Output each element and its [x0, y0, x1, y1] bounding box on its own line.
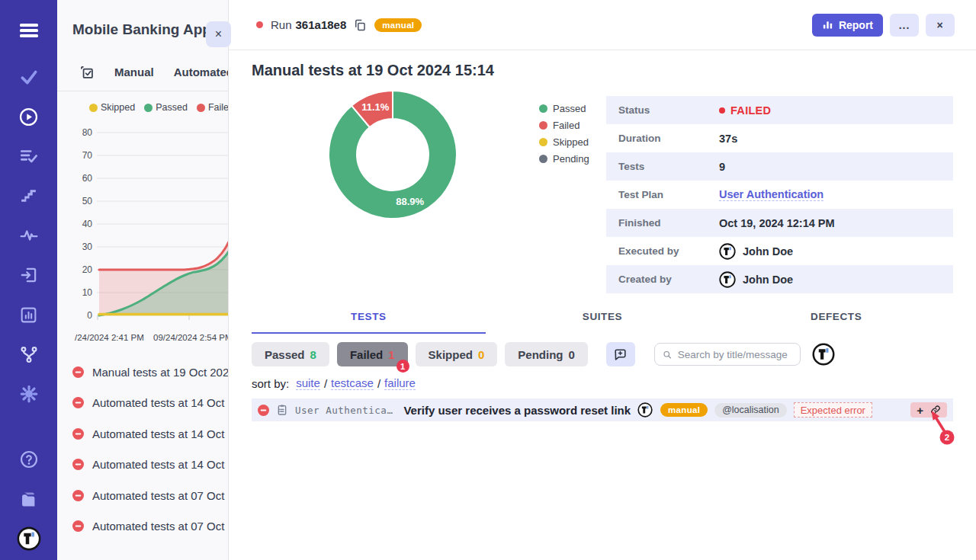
details-label: Executed by	[618, 245, 719, 257]
run-list-item[interactable]: Automated tests at 14 Oct 2024	[57, 388, 228, 419]
test-plan-link[interactable]: User Authentication	[719, 188, 824, 201]
details-row-status: StatusFAILED	[606, 96, 953, 124]
menu-icon[interactable]	[18, 20, 40, 41]
test-row-actions[interactable]: +	[910, 402, 947, 418]
result-tabs: TESTSSUITESDEFECTS	[252, 311, 953, 334]
run-list-item[interactable]: Automated tests at 14 Oct 2024	[57, 418, 228, 450]
donut-legend-skipped[interactable]: Skipped	[539, 136, 589, 148]
projects-icon[interactable]	[18, 488, 40, 510]
legend-dot	[539, 121, 547, 130]
filter-failed-button[interactable]: Failed11	[337, 342, 408, 366]
add-defect-icon[interactable]: +	[917, 405, 923, 416]
app-window: Mobile Banking App Manual Automated Skip…	[0, 0, 976, 560]
run-overview: 88.9%11.1% PassedFailedSkippedPending St…	[229, 87, 976, 294]
legend-item-passed[interactable]: Passed	[144, 102, 188, 113]
tab-manual[interactable]: Manual	[114, 66, 154, 78]
runs-nav-icon[interactable]	[18, 106, 40, 127]
runs-list: Manual tests at 19 Oct 2024Automated tes…	[57, 357, 228, 542]
tab-tests[interactable]: TESTS	[252, 311, 486, 334]
run-header: Run 361a18e8 manual Report ... ×	[229, 0, 976, 50]
search-icon	[663, 349, 672, 360]
sort-row: sort by: suite/testcase/failure	[252, 376, 953, 390]
assignee-avatar[interactable]	[637, 402, 653, 418]
minus-circle-icon	[72, 490, 84, 501]
legend-dot	[197, 104, 205, 112]
run-list-item[interactable]: Automated tests at 07 Oct 2024	[57, 480, 228, 511]
import-nav-icon[interactable]	[18, 264, 40, 286]
svg-text:30: 30	[82, 242, 93, 252]
close-run-button[interactable]: ×	[926, 14, 955, 37]
details-row-duration: Duration37s	[606, 124, 953, 152]
branches-nav-icon[interactable]	[18, 344, 40, 365]
details-label: Status	[618, 104, 719, 116]
svg-text:20: 20	[82, 264, 93, 275]
trend-chart-legend: SkippedPassedFailed	[89, 102, 228, 113]
legend-dot	[539, 155, 547, 163]
test-title[interactable]: Verify user receives a password reset li…	[403, 404, 631, 417]
details-row-tests: Tests9	[606, 152, 953, 181]
tab-automated[interactable]: Automated	[174, 66, 229, 78]
details-row-finished: FinishedOct 19, 2024 12:14 PM	[606, 209, 953, 237]
report-button[interactable]: Report	[812, 14, 883, 37]
run-list-item[interactable]: Manual tests at 19 Oct 2024	[57, 357, 228, 388]
project-title: Mobile Banking App	[72, 21, 217, 38]
help-icon[interactable]	[18, 449, 40, 470]
test-tag[interactable]: @localisation	[714, 403, 787, 418]
donut-legend: PassedFailedSkippedPending	[539, 103, 589, 170]
project-panel: Mobile Banking App Manual Automated Skip…	[57, 0, 229, 560]
user-avatar[interactable]	[812, 343, 835, 366]
minus-circle-icon	[72, 459, 84, 470]
trend-line-failed	[99, 226, 229, 270]
suite-name[interactable]: User Authentica…	[295, 405, 393, 416]
main-sidebar	[0, 0, 57, 560]
test-plans-nav-icon[interactable]	[18, 146, 40, 167]
add-comment-button[interactable]	[606, 342, 635, 366]
minus-circle-icon	[72, 366, 84, 378]
legend-item-skipped[interactable]: Skipped	[89, 102, 135, 113]
details-row-test-plan: Test PlanUser Authentication	[606, 181, 953, 209]
minus-circle-icon	[258, 405, 269, 416]
sort-failure-link[interactable]: failure	[384, 376, 416, 390]
sort-testcase-link[interactable]: testcase	[331, 376, 374, 390]
svg-text:10: 10	[82, 287, 93, 298]
run-list-item[interactable]: Automated tests at 14 Oct 2024	[57, 450, 228, 481]
details-row-executed-by: Executed byJohn Doe	[606, 237, 953, 265]
filter-passed-button[interactable]: Passed8	[252, 342, 329, 366]
svg-text:50: 50	[82, 196, 93, 206]
filter-pending-button[interactable]: Pending0	[505, 342, 588, 366]
run-list-item[interactable]: Automated tests at 07 Oct 2024	[57, 511, 228, 542]
milestones-nav-icon[interactable]	[18, 185, 40, 206]
tab-defects[interactable]: DEFECTS	[719, 311, 953, 334]
donut-legend-passed[interactable]: Passed	[539, 103, 589, 114]
tab-suites[interactable]: SUITES	[486, 311, 720, 334]
failed-status-icon	[258, 405, 269, 416]
sort-label: sort by:	[252, 377, 289, 390]
donut-legend-pending[interactable]: Pending	[539, 153, 589, 165]
search-input[interactable]	[678, 349, 792, 360]
copy-run-id-button[interactable]	[353, 18, 367, 32]
more-options-button[interactable]: ...	[890, 14, 919, 37]
analytics-nav-icon[interactable]	[18, 304, 40, 325]
avatar-logo-icon	[812, 343, 835, 366]
select-all-icon[interactable]	[79, 64, 95, 80]
donut-legend-failed[interactable]: Failed	[539, 120, 589, 131]
run-type-tabs: Manual Automated	[57, 64, 228, 91]
app-logo-icon[interactable]	[17, 526, 41, 551]
settings-nav-icon[interactable]	[18, 383, 40, 405]
trend-area-chart[interactable]: 01020304050607080/24/2024 2:41 PM09/24/2…	[57, 114, 229, 350]
pulse-nav-icon[interactable]	[18, 225, 40, 246]
details-label: Finished	[618, 217, 719, 229]
link-icon[interactable]	[930, 405, 941, 415]
tests-nav-icon[interactable]	[18, 66, 40, 88]
status-value: FAILED	[719, 104, 771, 117]
legend-item-failed[interactable]: Failed	[197, 102, 229, 113]
details-label: Duration	[618, 133, 719, 144]
failed-dot	[719, 107, 725, 114]
expected-error-badge[interactable]: Expected error	[794, 402, 872, 418]
user-avatar	[719, 271, 736, 288]
close-drawer-button[interactable]: ×	[206, 21, 231, 47]
filter-skipped-button[interactable]: Skipped0	[416, 342, 498, 366]
avatar-logo-icon	[719, 243, 736, 260]
failed-test-row[interactable]: User Authentica… Verify user receives a …	[252, 398, 953, 421]
sort-suite-link[interactable]: suite	[296, 376, 320, 390]
